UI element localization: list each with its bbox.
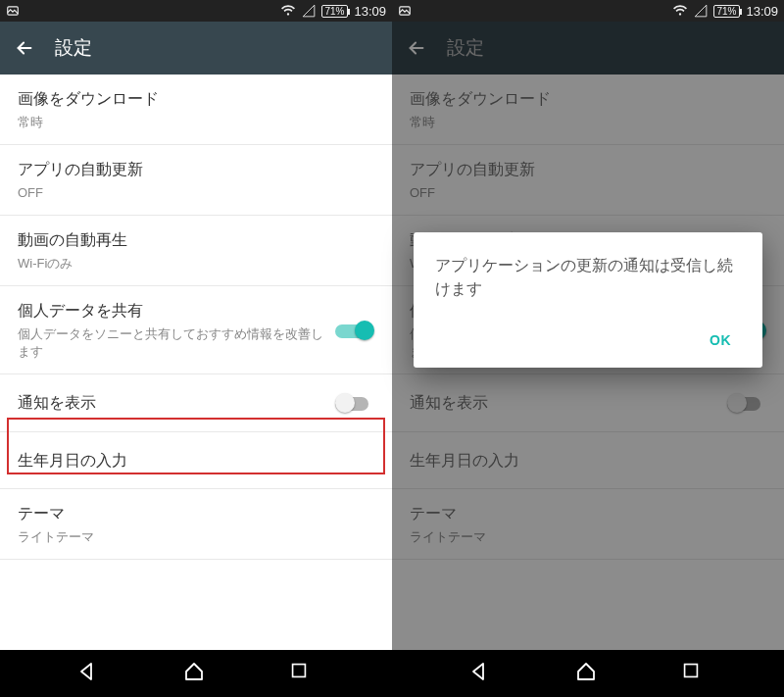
status-bar: 71% 13:09: [0, 0, 392, 22]
item-birthday[interactable]: 生年月日の入力: [0, 432, 392, 490]
item-title: アプリの自動更新: [18, 159, 374, 180]
item-title: 個人データを共有: [18, 300, 325, 322]
image-icon: [398, 4, 412, 18]
wifi-icon: [280, 4, 296, 18]
navigation-bar: [392, 650, 784, 697]
battery-text: 71%: [716, 6, 736, 17]
wifi-icon: [672, 4, 688, 18]
nav-recent-icon[interactable]: [680, 660, 708, 687]
battery-icon: 71%: [713, 5, 740, 18]
signal-icon: [302, 4, 316, 18]
item-share-data[interactable]: 個人データを共有 個人データをソニーと共有しておすすめ情報を改善します: [0, 286, 392, 374]
nav-back-icon[interactable]: [468, 660, 496, 687]
dialog-message: アプリケーションの更新の通知は受信し続けます: [435, 254, 741, 301]
item-subtitle: Wi-Fiのみ: [18, 255, 374, 273]
phone-left: 71% 13:09 設定 画像をダウンロード 常時 アプリの自動更新 OFF 動: [0, 0, 392, 697]
item-title: 生年月日の入力: [18, 450, 374, 472]
item-theme[interactable]: テーマ ライトテーマ: [0, 489, 392, 560]
nav-back-icon[interactable]: [76, 660, 104, 687]
battery-icon: 71%: [321, 5, 348, 18]
item-title: テーマ: [18, 503, 374, 524]
navigation-bar: [0, 650, 392, 697]
settings-list: 画像をダウンロード 常時 アプリの自動更新 OFF 動画の自動再生 Wi-Fiの…: [0, 75, 392, 650]
item-download-images[interactable]: 画像をダウンロード 常時: [0, 75, 392, 145]
toggle-share-data[interactable]: [335, 321, 374, 340]
nav-recent-icon[interactable]: [288, 660, 316, 687]
item-subtitle: 個人データをソニーと共有しておすすめ情報を改善します: [18, 325, 325, 360]
toolbar-title: 設定: [55, 35, 92, 61]
status-bar: 71% 13:09: [392, 0, 784, 22]
item-subtitle: OFF: [18, 184, 374, 202]
item-show-notifications[interactable]: 通知を表示: [0, 374, 392, 432]
toggle-show-notifications[interactable]: [335, 393, 374, 413]
item-title: 通知を表示: [18, 392, 325, 414]
item-subtitle: ライトテーマ: [18, 528, 374, 546]
item-auto-update[interactable]: アプリの自動更新 OFF: [0, 145, 392, 216]
svg-rect-1: [293, 665, 306, 677]
phone-right: 71% 13:09 設定 画像をダウンロード 常時 アプリの自動更新 OFF 動…: [392, 0, 784, 697]
svg-rect-3: [685, 665, 698, 677]
signal-icon: [694, 4, 708, 18]
dialog: アプリケーションの更新の通知は受信し続けます OK: [414, 232, 762, 368]
back-icon[interactable]: [14, 37, 35, 59]
item-title: 動画の自動再生: [18, 229, 374, 251]
nav-home-icon[interactable]: [574, 660, 602, 687]
toolbar: 設定: [0, 22, 392, 75]
clock: 13:09: [354, 4, 386, 19]
image-icon: [6, 4, 20, 18]
item-subtitle: 常時: [18, 114, 374, 131]
dialog-ok-button[interactable]: OK: [700, 324, 741, 356]
battery-text: 71%: [324, 6, 344, 17]
clock: 13:09: [746, 4, 778, 19]
item-auto-play[interactable]: 動画の自動再生 Wi-Fiのみ: [0, 216, 392, 286]
item-title: 画像をダウンロード: [18, 88, 374, 110]
nav-home-icon[interactable]: [182, 660, 210, 687]
